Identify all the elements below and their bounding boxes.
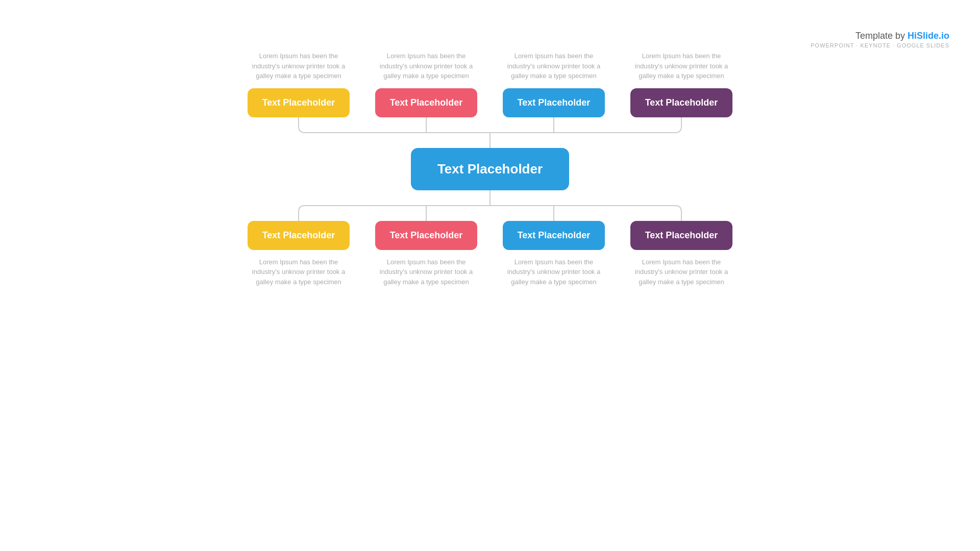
top-node-button-2[interactable]: Text Placeholder bbox=[375, 88, 477, 117]
bottom-node-button-4[interactable]: Text Placeholder bbox=[630, 221, 732, 250]
top-node-desc-1: Lorem Ipsum has been the industry's unkn… bbox=[248, 51, 350, 81]
top-node-button-4[interactable]: Text Placeholder bbox=[630, 88, 732, 117]
bottom-connector-area bbox=[235, 190, 745, 221]
bottom-node-desc-2: Lorem Ipsum has been the industry's unkn… bbox=[375, 257, 477, 287]
top-node-col-4: Lorem Ipsum has been the industry's unkn… bbox=[618, 51, 745, 117]
top-node-button-1[interactable]: Text Placeholder bbox=[248, 88, 350, 117]
rows-area: Lorem Ipsum has been the industry's unkn… bbox=[184, 51, 796, 287]
top-node-col-2: Lorem Ipsum has been the industry's unkn… bbox=[362, 51, 490, 117]
bottom-node-button-2[interactable]: Text Placeholder bbox=[375, 221, 477, 250]
top-connector-svg bbox=[235, 117, 745, 148]
bottom-node-button-1[interactable]: Text Placeholder bbox=[248, 221, 350, 250]
bottom-connector-svg bbox=[235, 190, 745, 221]
bottom-node-desc-4: Lorem Ipsum has been the industry's unkn… bbox=[630, 257, 732, 287]
bottom-node-button-3[interactable]: Text Placeholder bbox=[503, 221, 605, 250]
top-node-desc-3: Lorem Ipsum has been the industry's unkn… bbox=[503, 51, 605, 81]
bottom-node-desc-3: Lorem Ipsum has been the industry's unkn… bbox=[503, 257, 605, 287]
watermark-brand: HiSlide.io bbox=[908, 31, 949, 41]
top-connector-area bbox=[235, 117, 745, 148]
top-node-desc-4: Lorem Ipsum has been the industry's unkn… bbox=[630, 51, 732, 81]
bottom-node-col-4: Text PlaceholderLorem Ipsum has been the… bbox=[618, 221, 745, 287]
top-node-button-3[interactable]: Text Placeholder bbox=[503, 88, 605, 117]
bottom-row: Text PlaceholderLorem Ipsum has been the… bbox=[235, 221, 745, 287]
watermark-subtitle: POWERPOINT · KEYNOTE · GOOGLE SLIDES bbox=[811, 42, 949, 48]
watermark-template-text: Template by HiSlide.io bbox=[811, 31, 949, 41]
bottom-node-desc-1: Lorem Ipsum has been the industry's unkn… bbox=[248, 257, 350, 287]
watermark: Template by HiSlide.io POWERPOINT · KEYN… bbox=[811, 31, 949, 48]
bottom-node-col-2: Text PlaceholderLorem Ipsum has been the… bbox=[362, 221, 490, 287]
bottom-node-col-1: Text PlaceholderLorem Ipsum has been the… bbox=[235, 221, 362, 287]
diagram-wrapper: Lorem Ipsum has been the industry's unkn… bbox=[184, 51, 796, 287]
center-node: Text Placeholder bbox=[411, 148, 569, 190]
top-node-desc-2: Lorem Ipsum has been the industry's unkn… bbox=[375, 51, 477, 81]
top-node-col-1: Lorem Ipsum has been the industry's unkn… bbox=[235, 51, 362, 117]
top-node-col-3: Lorem Ipsum has been the industry's unkn… bbox=[490, 51, 618, 117]
center-button[interactable]: Text Placeholder bbox=[411, 148, 569, 190]
bottom-node-col-3: Text PlaceholderLorem Ipsum has been the… bbox=[490, 221, 618, 287]
top-row: Lorem Ipsum has been the industry's unkn… bbox=[235, 51, 745, 117]
